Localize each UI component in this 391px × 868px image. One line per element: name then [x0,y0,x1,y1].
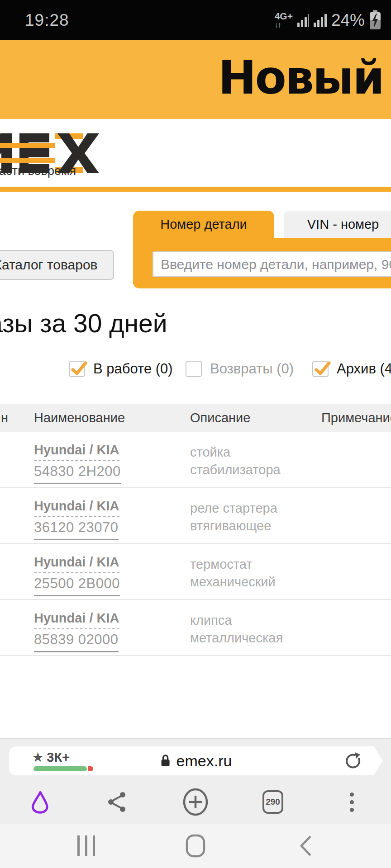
logo-tagline: запчасти вовремя [0,164,76,178]
yandex-home-button[interactable] [19,784,60,820]
network-label: 4G+ [275,11,293,21]
rating-progress-bar [33,766,93,771]
orders-title: Заказы за 30 дней [0,308,167,338]
part-number-link[interactable]: 85839 02000 [34,632,119,652]
orange-divider [0,187,391,192]
status-bar: 19:28 4G+ ↓↑ 24% [0,0,391,40]
brand-link[interactable]: Hyundai / KIA [34,499,119,517]
filter-in-progress-label: В работе (0) [93,361,173,377]
battery-percent: 24% [331,11,365,30]
checkbox-checked-icon[interactable] [312,361,329,377]
recents-button[interactable] [59,824,113,868]
promo-headline: Новый [218,48,383,108]
site-rating[interactable]: ★ 3К+ [33,750,70,765]
checkbox-unchecked-icon[interactable] [186,361,202,377]
url-text[interactable]: emex.ru [176,752,232,770]
battery-charging-icon [369,10,381,31]
part-description: стойка стабилизатора [190,443,310,479]
phone-screen: 19:28 4G+ ↓↑ 24% Н [0,0,391,868]
filter-archive-label: Архив (4) [337,361,391,377]
table-row: Hyundai / KIA 25500 2B000 термостат меха… [0,544,391,600]
share-icon [106,791,128,813]
back-button[interactable] [278,824,333,868]
table-header-name: Наименование [34,410,125,425]
signal-strength-icon-2 [314,14,327,27]
home-button[interactable] [168,824,223,868]
data-arrows-icon: ↓↑ [275,21,281,29]
site-header: запчасти вовремя [0,119,391,187]
refresh-icon[interactable] [344,752,363,771]
kebab-menu-icon [350,793,354,812]
table-row: Hyundai / KIA 85839 02000 клипса металли… [0,600,391,656]
tab-part-number[interactable]: Номер детали [133,211,274,238]
back-icon [298,834,313,858]
android-nav-bar [0,824,391,868]
filter-in-progress[interactable]: В работе (0) [69,361,173,377]
part-description: термостат механический [190,556,310,591]
catalog-button[interactable]: Каталог товаров [0,250,114,280]
menu-button[interactable] [331,784,372,820]
plus-circle-icon [183,788,208,816]
table-row: Hyundai / KIA 54830 2H200 стойка стабили… [0,432,391,488]
rating-value: 3К+ [47,750,70,765]
table-header-description: Описание [190,410,250,425]
tab-vin-number[interactable]: VIN - номер [284,211,391,238]
part-description: реле стартера втягивающее [190,500,310,535]
part-number-link[interactable]: 25500 2B000 [34,576,120,596]
address-bar[interactable]: ★ 3К+ emex.ru [9,746,383,775]
yandex-browser-icon [27,790,52,814]
lock-icon [160,754,171,768]
filter-returns-label: Возвраты (0) [210,361,294,377]
status-icons: 4G+ ↓↑ 24% [275,0,381,40]
clock: 19:28 [25,11,69,30]
signal-strength-icon-1 [297,14,309,27]
brand-link[interactable]: Hyundai / KIA [34,555,119,573]
part-description: клипса металлическая [190,612,310,647]
brand-link[interactable]: Hyundai / KIA [34,443,119,461]
table-header-note: Примечание [321,410,391,425]
recents-icon [77,835,95,856]
table-header-col0: н [1,410,8,425]
checkbox-checked-icon[interactable] [69,361,85,377]
brand-link[interactable]: Hyundai / KIA [34,611,119,629]
browser-toolbar: 290 [0,784,391,824]
part-number-input[interactable] [153,251,391,277]
share-button[interactable] [97,784,138,820]
network-type-icon: 4G+ ↓↑ [275,11,293,29]
tab-vin-number-label: VIN - номер [307,217,379,232]
catalog-button-label: Каталог товаров [0,257,98,273]
filter-archive[interactable]: Архив (4) [312,361,391,377]
tab-part-number-label: Номер детали [160,217,247,232]
star-icon: ★ [33,750,43,764]
part-number-link[interactable]: 54830 2H200 [34,463,121,484]
promo-banner[interactable]: Новый [0,40,391,119]
browser-bottom-bar: ★ 3К+ emex.ru [0,738,391,824]
tab-counter-icon: 290 [262,790,283,814]
part-number-link[interactable]: 36120 23070 [34,519,119,540]
home-icon [184,833,207,859]
filter-returns[interactable]: Возвраты (0) [186,361,294,377]
table-header: н Наименование Описание Примечание [0,404,391,432]
new-tab-button[interactable] [175,784,216,820]
tabs-button[interactable]: 290 [253,784,293,820]
table-row: Hyundai / KIA 36120 23070 реле стартера … [0,488,391,544]
tab-count: 290 [266,797,280,807]
